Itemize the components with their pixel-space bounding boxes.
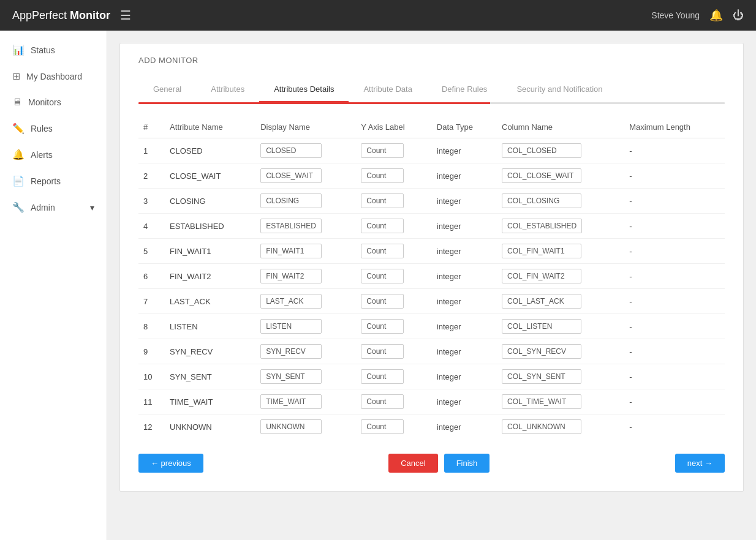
cell-display-name[interactable]: SYN_SENT — [255, 364, 356, 389]
table-row: 3 CLOSING CLOSING Count integer COL_CLOS… — [138, 189, 725, 214]
cell-attr-name: TIME_WAIT — [165, 389, 255, 414]
cell-col-name[interactable]: COL_FIN_WAIT2 — [497, 264, 624, 289]
cell-attr-name: CLOSING — [165, 189, 255, 214]
col-header-display-name: Display Name — [255, 116, 356, 138]
cell-col-name[interactable]: COL_SYN_RECV — [497, 339, 624, 364]
table-row: 12 UNKNOWN UNKNOWN Count integer COL_UNK… — [138, 414, 725, 440]
cell-data-type: integer — [432, 364, 497, 389]
cell-data-type: integer — [432, 163, 497, 189]
sidebar-item-status[interactable]: 📊 Status — [0, 37, 107, 63]
cell-display-name[interactable]: CLOSING — [255, 189, 356, 214]
table-row: 9 SYN_RECV SYN_RECV Count integer COL_SY… — [138, 339, 725, 364]
table-row: 7 LAST_ACK LAST_ACK Count integer COL_LA… — [138, 289, 725, 314]
dashboard-icon: ⊞ — [12, 70, 20, 82]
cell-data-type: integer — [432, 189, 497, 214]
card: ADD MONITOR General Attributes Attribute… — [119, 43, 744, 492]
next-button[interactable]: next → — [675, 454, 725, 473]
previous-button[interactable]: ← previous — [138, 454, 203, 473]
cell-col-name[interactable]: COL_SYN_SENT — [497, 364, 624, 389]
tab-security-notification[interactable]: Security and Notification — [502, 77, 617, 102]
cell-display-name[interactable]: CLOSE_WAIT — [255, 163, 356, 189]
alerts-icon: 🔔 — [12, 149, 25, 160]
cell-data-type: integer — [432, 264, 497, 289]
cell-display-name[interactable]: FIN_WAIT1 — [255, 239, 356, 264]
cell-num: 8 — [138, 314, 165, 339]
tab-general[interactable]: General — [138, 77, 196, 102]
cell-y-axis[interactable]: Count — [356, 138, 432, 163]
cell-display-name[interactable]: SYN_RECV — [255, 339, 356, 364]
table-row: 4 ESTABLISHED ESTABLISHED Count integer … — [138, 214, 725, 239]
sidebar-item-alerts[interactable]: 🔔 Alerts — [0, 141, 107, 168]
cell-display-name[interactable]: FIN_WAIT2 — [255, 264, 356, 289]
rules-icon: ✏️ — [12, 122, 25, 134]
menu-icon[interactable]: ☰ — [120, 8, 131, 23]
cancel-button[interactable]: Cancel — [388, 454, 437, 473]
cell-attr-name: SYN_SENT — [165, 364, 255, 389]
cell-y-axis[interactable]: Count — [356, 239, 432, 264]
cell-col-name[interactable]: COL_CLOSED — [497, 138, 624, 163]
table-row: 11 TIME_WAIT TIME_WAIT Count integer COL… — [138, 389, 725, 414]
brand: AppPerfect Monitor — [12, 9, 110, 22]
cell-col-name[interactable]: COL_LISTEN — [497, 314, 624, 339]
cell-y-axis[interactable]: Count — [356, 289, 432, 314]
cell-y-axis[interactable]: Count — [356, 414, 432, 440]
sidebar-item-rules[interactable]: ✏️ Rules — [0, 115, 107, 141]
cell-display-name[interactable]: CLOSED — [255, 138, 356, 163]
cell-col-name[interactable]: COL_UNKNOWN — [497, 414, 624, 440]
chevron-down-icon: ▾ — [90, 203, 94, 212]
cell-max-len: - — [624, 239, 725, 264]
tab-attributes-details[interactable]: Attributes Details — [259, 77, 349, 102]
tab-define-rules[interactable]: Define Rules — [427, 77, 502, 102]
topbar: AppPerfect Monitor ☰ Steve Young 🔔 ⏻ — [0, 0, 756, 31]
sidebar-item-monitors[interactable]: 🖥 Monitors — [0, 89, 107, 115]
page-title: ADD MONITOR — [138, 56, 725, 65]
finish-button[interactable]: Finish — [444, 454, 490, 473]
cell-num: 11 — [138, 389, 165, 414]
cell-display-name[interactable]: LAST_ACK — [255, 289, 356, 314]
cell-max-len: - — [624, 414, 725, 440]
cell-num: 9 — [138, 339, 165, 364]
power-icon[interactable]: ⏻ — [733, 9, 744, 22]
cell-display-name[interactable]: UNKNOWN — [255, 414, 356, 440]
admin-icon: 🔧 — [12, 201, 25, 213]
cell-num: 12 — [138, 414, 165, 440]
col-header-num: # — [138, 116, 165, 138]
cell-max-len: - — [624, 314, 725, 339]
cell-col-name[interactable]: COL_CLOSE_WAIT — [497, 163, 624, 189]
tab-attribute-data[interactable]: Attribute Data — [349, 77, 427, 102]
cell-y-axis[interactable]: Count — [356, 264, 432, 289]
cell-y-axis[interactable]: Count — [356, 163, 432, 189]
cell-y-axis[interactable]: Count — [356, 389, 432, 414]
cell-data-type: integer — [432, 314, 497, 339]
notification-icon[interactable]: 🔔 — [709, 9, 723, 22]
cell-col-name[interactable]: COL_TIME_WAIT — [497, 389, 624, 414]
cell-display-name[interactable]: TIME_WAIT — [255, 389, 356, 414]
cell-col-name[interactable]: COL_CLOSING — [497, 189, 624, 214]
sidebar-label-status: Status — [31, 45, 55, 55]
tab-attributes[interactable]: Attributes — [196, 77, 259, 102]
cell-y-axis[interactable]: Count — [356, 339, 432, 364]
sidebar-item-reports[interactable]: 📄 Reports — [0, 168, 107, 194]
cell-display-name[interactable]: LISTEN — [255, 314, 356, 339]
cell-col-name[interactable]: COL_LAST_ACK — [497, 289, 624, 314]
sidebar-label-dashboard: My Dashboard — [26, 72, 82, 81]
table-row: 2 CLOSE_WAIT CLOSE_WAIT Count integer CO… — [138, 163, 725, 189]
cell-col-name[interactable]: COL_FIN_WAIT1 — [497, 239, 624, 264]
sidebar-item-admin[interactable]: 🔧 Admin ▾ — [0, 194, 107, 220]
attributes-table: # Attribute Name Display Name Y Axis Lab… — [138, 116, 725, 439]
cell-max-len: - — [624, 389, 725, 414]
sidebar: 📊 Status ⊞ My Dashboard 🖥 Monitors ✏️ Ru… — [0, 31, 107, 540]
sidebar-item-dashboard[interactable]: ⊞ My Dashboard — [0, 63, 107, 89]
cell-display-name[interactable]: ESTABLISHED — [255, 214, 356, 239]
monitors-icon: 🖥 — [12, 97, 22, 108]
cell-max-len: - — [624, 189, 725, 214]
cell-y-axis[interactable]: Count — [356, 189, 432, 214]
cell-y-axis[interactable]: Count — [356, 314, 432, 339]
cell-y-axis[interactable]: Count — [356, 364, 432, 389]
cell-col-name[interactable]: COL_ESTABLISHED — [497, 214, 624, 239]
cell-attr-name: FIN_WAIT2 — [165, 264, 255, 289]
cell-num: 10 — [138, 364, 165, 389]
cell-max-len: - — [624, 214, 725, 239]
cell-data-type: integer — [432, 339, 497, 364]
cell-y-axis[interactable]: Count — [356, 214, 432, 239]
